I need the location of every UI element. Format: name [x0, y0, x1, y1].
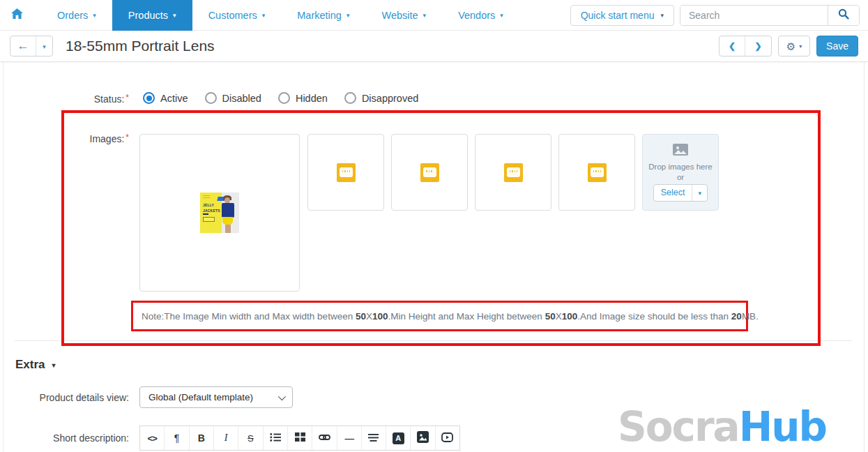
- bold-icon: B: [198, 432, 205, 444]
- note-bold-value: 50: [356, 311, 366, 322]
- toolbar-image-button[interactable]: [411, 426, 435, 450]
- thumbnail-title-line2: JACKETS: [203, 209, 220, 214]
- align-icon: [368, 433, 379, 444]
- code-icon: <>: [148, 433, 157, 444]
- next-item-button[interactable]: ❯: [745, 36, 771, 56]
- toolbar-italic-button[interactable]: I: [214, 426, 238, 450]
- caret-down-icon: ▾: [660, 13, 664, 19]
- search-button[interactable]: [828, 6, 859, 25]
- save-button[interactable]: Save: [816, 36, 858, 56]
- product-details-view-select[interactable]: Global (Default template): [139, 386, 293, 408]
- home-button[interactable]: [11, 8, 23, 22]
- chevron-down-icon: [278, 392, 286, 400]
- product-details-view-value: Global (Default template): [149, 392, 253, 402]
- status-option-disapproved[interactable]: Disapproved: [344, 92, 418, 104]
- menu-item-label: Marketing: [297, 10, 342, 21]
- caret-down-icon: ▾: [52, 362, 56, 369]
- status-option-label: Hidden: [296, 93, 328, 104]
- home-icon: [11, 8, 23, 22]
- watermark-gray-text: Socra: [618, 403, 739, 451]
- caret-down-icon: ▾: [500, 13, 503, 19]
- back-button[interactable]: ←: [10, 36, 36, 56]
- list-icon: [270, 432, 281, 444]
- back-dropdown-button[interactable]: ▾: [36, 36, 52, 56]
- menu-item-customers[interactable]: Customers ▾: [192, 0, 282, 31]
- section-divider: [14, 340, 851, 341]
- product-image-thumbnail[interactable]: JELLY JACKETS: [200, 193, 239, 233]
- menu-item-website[interactable]: Website ▾: [365, 0, 442, 31]
- thumbnail-model-jacket: [222, 203, 234, 218]
- main-image-box[interactable]: JELLY JACKETS: [139, 134, 300, 292]
- content-right-edge: [864, 62, 865, 452]
- toolbar-code-button[interactable]: <>: [140, 426, 165, 450]
- toolbar-font-block-button[interactable]: A: [386, 426, 411, 450]
- radio-icon[interactable]: [344, 92, 356, 104]
- previous-item-button[interactable]: ❮: [719, 36, 745, 56]
- strikethrough-icon: S: [248, 433, 254, 444]
- product-details-view-label: Product details view:: [0, 392, 129, 403]
- save-button-label: Save: [826, 40, 848, 52]
- image-placeholder-icon: [504, 163, 523, 182]
- note-text: X: [556, 311, 562, 322]
- status-option-disabled[interactable]: Disabled: [205, 92, 261, 104]
- image-slot-3[interactable]: [391, 134, 468, 211]
- menu-item-label: Vendors: [458, 10, 495, 21]
- socrahub-watermark: SocraHub: [618, 403, 826, 451]
- status-label-text: Status:: [94, 93, 125, 105]
- toolbar-video-button[interactable]: [436, 426, 459, 450]
- gear-icon: ⚙: [786, 41, 795, 52]
- image-slot-5[interactable]: [558, 134, 635, 211]
- toolbar-horizontal-rule-button[interactable]: —: [337, 426, 362, 450]
- toolbar-strikethrough-button[interactable]: S: [238, 426, 263, 450]
- image-size-note: Note:The Image Min width and Max width b…: [131, 301, 748, 331]
- toolbar-align-button[interactable]: [362, 426, 386, 450]
- status-option-label: Disabled: [222, 93, 261, 104]
- topnav-right: Quick start menu ▾: [570, 5, 860, 26]
- image-placeholder-icon: [588, 163, 607, 182]
- select-images-button[interactable]: Select: [654, 185, 693, 201]
- chevron-right-icon: ❯: [755, 41, 762, 51]
- radio-icon[interactable]: [205, 92, 217, 104]
- image-dropzone[interactable]: Drop images here or Select ▾: [642, 134, 719, 211]
- caret-down-icon: ▾: [173, 13, 176, 19]
- image-slot-4[interactable]: [475, 134, 551, 211]
- status-option-hidden[interactable]: Hidden: [278, 92, 328, 104]
- quick-start-menu-button[interactable]: Quick start menu ▾: [570, 5, 674, 26]
- radio-selected-icon[interactable]: [143, 92, 155, 104]
- image-slot-2[interactable]: [307, 134, 384, 211]
- caret-down-icon: ▾: [43, 44, 46, 50]
- toolbar-bold-button[interactable]: B: [190, 426, 214, 450]
- extra-heading-label: Extra: [15, 358, 45, 372]
- toolbar-paragraph-button[interactable]: ¶: [165, 426, 189, 450]
- select-button-label: Select: [661, 188, 685, 197]
- chevron-left-icon: ❮: [729, 41, 736, 51]
- short-description-editor-toolbar: <> ¶ B I S —: [139, 425, 460, 451]
- settings-dropdown-button[interactable]: ⚙ ▾: [778, 36, 810, 56]
- thumbnail-title-text: JELLY JACKETS: [203, 203, 220, 213]
- menu-item-vendors[interactable]: Vendors ▾: [442, 0, 519, 31]
- thumbnail-price-line: [203, 213, 208, 215]
- toolbar-list-button[interactable]: [264, 426, 288, 450]
- image-block-icon: [417, 431, 429, 445]
- video-icon: [441, 432, 453, 444]
- status-option-active[interactable]: Active: [143, 92, 188, 104]
- menu-item-marketing[interactable]: Marketing ▾: [281, 0, 365, 31]
- dropzone-text: Drop images here: [648, 162, 712, 173]
- top-navbar: Orders ▾ Products ▾ Customers ▾ Marketin…: [0, 0, 868, 31]
- select-dropdown-button[interactable]: ▾: [692, 185, 707, 201]
- paragraph-icon: ¶: [174, 432, 180, 444]
- note-text: MB.: [742, 311, 759, 322]
- search-input[interactable]: [680, 6, 828, 25]
- menu-item-products[interactable]: Products ▾: [112, 0, 192, 31]
- toolbar-table-button[interactable]: [288, 426, 312, 450]
- radio-icon[interactable]: [278, 92, 290, 104]
- toolbar-link-button[interactable]: [312, 426, 337, 450]
- extra-section-toggle[interactable]: Extra ▾: [15, 358, 56, 372]
- admin-product-edit-page: Orders ▾ Products ▾ Customers ▾ Marketin…: [0, 0, 868, 452]
- image-icon: [673, 144, 688, 158]
- product-details-view-label-text: Product details view:: [40, 392, 129, 403]
- back-button-group: ← ▾: [10, 36, 53, 56]
- menu-item-orders[interactable]: Orders ▾: [41, 0, 112, 31]
- caret-down-icon: ▾: [799, 44, 802, 50]
- caret-down-icon: ▾: [347, 13, 350, 19]
